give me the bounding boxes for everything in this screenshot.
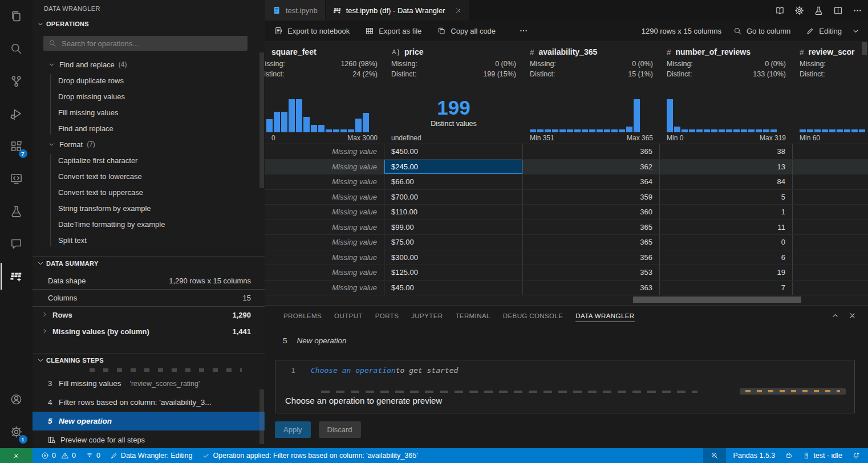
panel-tab-problems[interactable]: PROBLEMS — [277, 306, 328, 326]
table-cell[interactable]: 362 — [523, 160, 660, 174]
status-item[interactable]: 0 — [61, 452, 76, 460]
toolbar-more-button[interactable] — [519, 26, 528, 35]
operation-item[interactable]: Convert text to lowercase — [33, 168, 265, 184]
cleaning-step-4[interactable]: 4Filter rows based on column: 'availabil… — [33, 393, 265, 412]
operation-item[interactable]: String transform by example — [33, 200, 265, 216]
table-row[interactable]: Missing value$125.0035319 — [265, 265, 868, 281]
table-cell[interactable]: $45.00 — [384, 281, 523, 295]
activity-item-testing[interactable] — [1, 195, 33, 228]
cleaning-step-3[interactable]: 3Fill missing values'review_scores_ratin… — [33, 374, 265, 393]
operation-item[interactable]: Drop duplicate rows — [33, 72, 265, 88]
table-cell[interactable]: Missing value — [265, 250, 384, 265]
operation-item[interactable]: Drop missing values — [33, 88, 265, 104]
chevron-up-icon[interactable] — [831, 311, 839, 320]
gear-icon[interactable] — [794, 6, 804, 15]
sidebar-scrollbar[interactable] — [259, 52, 264, 188]
table-cell[interactable]: 365 — [523, 144, 660, 159]
table-cell[interactable]: $300.00 — [384, 250, 523, 265]
operation-item[interactable]: Find and replace — [33, 120, 265, 136]
close-panel-icon[interactable] — [848, 311, 857, 320]
table-cell[interactable] — [793, 205, 868, 220]
table-cell[interactable]: Missing value — [265, 190, 384, 205]
table-cell[interactable]: Missing value — [265, 281, 384, 295]
operation-code-editor[interactable]: 1 Choose an operation to get started Cho… — [275, 360, 855, 413]
table-row[interactable]: Missing value$300.003566 — [265, 250, 868, 266]
table-cell[interactable]: 0 — [660, 235, 793, 250]
panel-tab-ports[interactable]: PORTS — [369, 306, 405, 326]
preview-code-all-steps[interactable]: Preview code for all steps — [33, 430, 265, 448]
search-input[interactable] — [60, 39, 242, 48]
operation-group-0[interactable]: Find and replace(4) — [33, 56, 265, 72]
activity-item-comments[interactable] — [1, 228, 33, 260]
table-cell[interactable]: 84 — [660, 174, 793, 189]
table-cell[interactable]: 353 — [523, 265, 660, 280]
cleaning-steps-scrollbar[interactable] — [259, 389, 264, 444]
activity-item-search[interactable] — [1, 33, 33, 65]
table-cell[interactable]: 365 — [523, 220, 660, 235]
table-cell[interactable]: $700.00 — [384, 190, 523, 205]
table-cell[interactable]: Missing value — [265, 205, 384, 220]
table-row[interactable]: Missing value$245.0036213 — [265, 160, 868, 175]
table-cell[interactable] — [793, 160, 868, 174]
operation-item[interactable]: Fill missing values — [33, 104, 265, 120]
table-cell[interactable]: 363 — [523, 281, 660, 295]
table-row[interactable]: Missing value$45.003637 — [265, 281, 868, 296]
remote-indicator[interactable] — [0, 448, 33, 463]
status-item[interactable]: 0 — [86, 452, 100, 460]
table-cell[interactable]: 364 — [523, 174, 660, 189]
operation-group-1[interactable]: Format(7) — [33, 136, 265, 152]
table-cell[interactable]: 359 — [523, 190, 660, 205]
operation-item[interactable]: Split text — [33, 232, 265, 248]
column-header-price[interactable]: ApriceMissing:0 (0%)Distinct:199 (15%)19… — [384, 41, 523, 144]
table-row[interactable]: Missing value$700.003595 — [265, 190, 868, 205]
table-cell[interactable] — [793, 250, 868, 265]
status-item[interactable] — [703, 448, 726, 463]
table-cell[interactable] — [793, 235, 868, 250]
table-cell[interactable]: 360 — [523, 205, 660, 220]
table-cell[interactable] — [793, 144, 868, 159]
table-cell[interactable]: $75.00 — [384, 235, 523, 250]
table-cell[interactable]: Missing value — [265, 220, 384, 235]
panel-tab-debug-console[interactable]: DEBUG CONSOLE — [497, 306, 570, 326]
panel-tab-terminal[interactable]: TERMINAL — [449, 306, 496, 326]
table-cell[interactable]: Missing value — [265, 174, 384, 189]
activity-item-accounts[interactable] — [1, 383, 33, 416]
table-cell[interactable] — [793, 190, 868, 205]
status-item[interactable]: Operation applied: Filter rows based on … — [202, 452, 417, 460]
status-item[interactable]: Pandas 1.5.3 — [733, 452, 776, 460]
table-cell[interactable]: 13 — [660, 160, 793, 174]
column-header-number_of_reviews[interactable]: #number_of_reviewsMissing:0 (0%)Distinct… — [660, 41, 793, 144]
summary-row[interactable]: Missing values (by column)1,441 — [33, 323, 265, 340]
column-header-availability_365[interactable]: #availability_365Missing:0 (0%)Distinct:… — [523, 41, 660, 144]
table-cell[interactable]: $99.00 — [384, 220, 523, 235]
column-header-review_scor[interactable]: #review_scorMissing:Distinct:Min 60 — [793, 41, 868, 144]
status-item[interactable] — [785, 452, 793, 460]
activity-item-source-control[interactable] — [1, 65, 33, 98]
status-item[interactable]: 0 — [41, 452, 56, 460]
editor-tab[interactable]: test.ipynb — [265, 0, 326, 21]
activity-item-data-wrangler[interactable] — [1, 260, 33, 293]
vertical-scrollbar[interactable] — [862, 42, 867, 55]
table-cell[interactable]: $450.00 — [384, 144, 523, 159]
discard-button[interactable]: Discard — [319, 421, 361, 438]
table-cell[interactable]: 38 — [660, 144, 793, 159]
column-header-square_feet[interactable]: square_feetMissing:1260 (98%)Distinct:24… — [265, 41, 384, 144]
table-cell[interactable]: 365 — [523, 235, 660, 250]
split-icon[interactable] — [833, 6, 843, 15]
table-cell[interactable]: Missing value — [265, 235, 384, 250]
table-cell[interactable]: 1 — [660, 205, 793, 220]
editing-mode-button[interactable]: Editing — [806, 27, 842, 35]
toolbar-copy-all-code[interactable]: Copy all code — [437, 26, 496, 35]
table-cell[interactable]: 5 — [660, 190, 793, 205]
table-cell[interactable]: Missing value — [265, 265, 384, 280]
table-row[interactable]: Missing value$75.003650 — [265, 235, 868, 250]
open-preview-icon[interactable] — [775, 6, 785, 15]
status-item[interactable]: test - idle — [802, 452, 842, 460]
table-cell[interactable]: $245.00 — [384, 160, 523, 174]
table-row[interactable]: Missing value$99.0036511 — [265, 220, 868, 235]
table-cell[interactable]: 356 — [523, 250, 660, 265]
activity-item-extensions[interactable]: 7 — [1, 130, 33, 163]
toolbar-export-as-file[interactable]: Export as file — [365, 26, 421, 35]
table-cell[interactable]: $125.00 — [384, 265, 523, 280]
go-to-column-button[interactable]: Go to column — [733, 27, 790, 35]
